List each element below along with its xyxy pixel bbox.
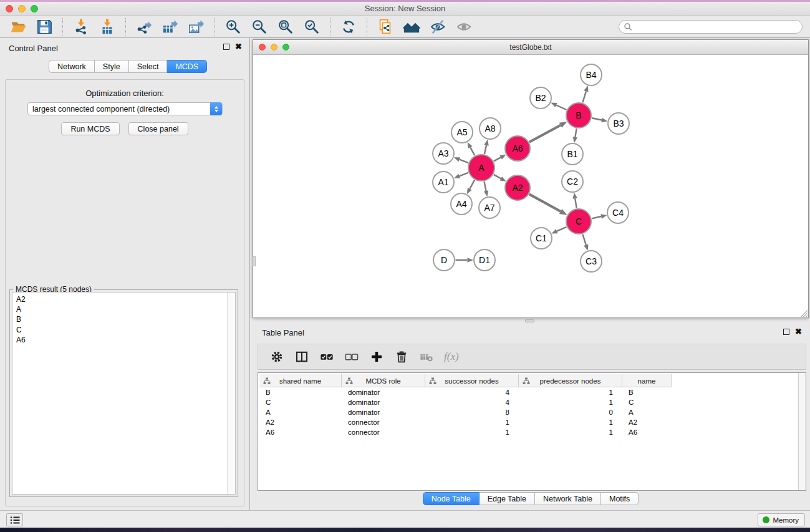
edge-A2-C[interactable]	[529, 194, 567, 215]
node-A2[interactable]: A2	[505, 175, 530, 200]
export-table-icon[interactable]	[161, 17, 180, 36]
zoom-in-icon[interactable]	[224, 17, 243, 36]
table-row[interactable]: Adominator80A	[259, 407, 798, 417]
cell-shared_name[interactable]: A2	[259, 417, 342, 427]
select-all-checkboxes-icon[interactable]	[317, 347, 336, 366]
zoom-fit-icon[interactable]	[276, 17, 295, 36]
first-neighbors-icon[interactable]	[402, 17, 421, 36]
tab-select[interactable]: Select	[129, 60, 168, 73]
node-A4[interactable]: A4	[451, 193, 472, 215]
cell-predecessor[interactable]: 1	[519, 387, 622, 397]
edge-A6-B[interactable]	[529, 122, 567, 142]
cell-name[interactable]: B	[622, 387, 672, 397]
node-A7[interactable]: A7	[479, 197, 500, 218]
cell-name[interactable]: A6	[622, 427, 672, 437]
edge-A-A3[interactable]	[454, 157, 468, 163]
search-input[interactable]	[619, 20, 803, 34]
node-B2[interactable]: B2	[530, 87, 551, 109]
close-table-panel-icon[interactable]: ✖	[795, 329, 802, 335]
float-table-panel-icon[interactable]	[783, 329, 789, 335]
mcds-result-item[interactable]: C	[16, 325, 226, 335]
column-header-predecessor[interactable]: predecessor nodes	[519, 374, 622, 387]
add-icon[interactable]	[367, 347, 386, 366]
window-resize-grip-icon[interactable]	[799, 309, 808, 317]
node-A[interactable]: A	[468, 155, 494, 181]
cell-shared_name[interactable]: B	[259, 387, 342, 397]
network-canvas[interactable]: B4B2BB3B1A5A8A6A3AA1A2C2A4A7C4CC1C3DD1	[253, 55, 808, 317]
export-image-icon[interactable]	[187, 17, 206, 36]
edge-C-C4[interactable]	[592, 214, 607, 218]
import-network-icon[interactable]	[72, 17, 90, 36]
cell-shared_name[interactable]: A6	[259, 427, 342, 437]
cell-predecessor[interactable]: 0	[519, 407, 622, 417]
edge-A-A5[interactable]	[468, 142, 475, 155]
node-B[interactable]: B	[566, 103, 591, 128]
table-row[interactable]: Bdominator41B	[259, 387, 798, 397]
edge-A-A7[interactable]	[484, 181, 488, 196]
new-network-from-selection-icon[interactable]	[376, 17, 395, 36]
node-B4[interactable]: B4	[581, 64, 602, 85]
table-tab-motifs[interactable]: Motifs	[601, 492, 639, 505]
table-tab-node-table[interactable]: Node Table	[423, 492, 480, 505]
cell-mcds_role[interactable]: dominator	[342, 407, 425, 417]
node-C[interactable]: C	[566, 209, 591, 234]
edge-C-C3[interactable]	[582, 235, 588, 251]
edge-A-A2[interactable]	[494, 175, 506, 181]
column-header-shared_name[interactable]: shared name	[259, 374, 342, 387]
cell-mcds_role[interactable]: connector	[342, 427, 425, 437]
table-row[interactable]: Cdominator41C	[259, 397, 798, 407]
columns-icon[interactable]	[292, 347, 311, 366]
node-A5[interactable]: A5	[451, 122, 473, 143]
refresh-icon[interactable]	[339, 17, 358, 36]
table-row[interactable]: A2connector11A2	[259, 417, 798, 427]
cell-mcds_role[interactable]: dominator	[342, 397, 425, 407]
cell-name[interactable]: A	[622, 407, 672, 417]
node-D1[interactable]: D1	[474, 249, 495, 271]
cell-name[interactable]: C	[622, 397, 672, 407]
task-history-icon[interactable]	[6, 513, 23, 526]
column-header-mcds_role[interactable]: MCDS role	[342, 374, 425, 387]
open-file-icon[interactable]	[9, 17, 27, 36]
cell-successor[interactable]: 1	[425, 427, 519, 437]
cell-mcds_role[interactable]: dominator	[342, 387, 425, 397]
node-C3[interactable]: C3	[581, 251, 602, 272]
edge-B-B2[interactable]	[551, 103, 566, 110]
cell-predecessor[interactable]: 1	[519, 397, 622, 407]
delete-trash-icon[interactable]	[392, 347, 411, 366]
table-tab-edge-table[interactable]: Edge Table	[480, 492, 535, 505]
cell-mcds_role[interactable]: connector	[342, 417, 425, 427]
node-A1[interactable]: A1	[433, 172, 454, 193]
float-panel-icon[interactable]	[223, 44, 229, 50]
mcds-result-item[interactable]: A	[16, 304, 226, 314]
zoom-out-icon[interactable]	[250, 17, 269, 36]
edge-C-C1[interactable]	[551, 227, 566, 234]
edge-B-B3[interactable]	[592, 118, 607, 122]
column-header-successor[interactable]: successor nodes	[425, 374, 519, 387]
cell-successor[interactable]: 1	[425, 417, 519, 427]
cell-shared_name[interactable]: C	[259, 397, 342, 407]
function-builder-icon[interactable]: f(x)	[444, 351, 459, 363]
table-row[interactable]: A6connector11A6	[259, 427, 798, 437]
edge-A-A4[interactable]	[467, 180, 475, 195]
node-C4[interactable]: C4	[607, 202, 629, 223]
mcds-list-scrollbar[interactable]	[227, 293, 235, 494]
edge-C-C2[interactable]	[572, 193, 577, 208]
cell-predecessor[interactable]: 1	[519, 417, 622, 427]
cell-successor[interactable]: 4	[425, 387, 519, 397]
import-table-icon[interactable]	[98, 17, 117, 36]
cell-successor[interactable]: 4	[425, 397, 519, 407]
node-B3[interactable]: B3	[608, 113, 629, 134]
show-all-icon[interactable]	[455, 17, 473, 36]
edge-D-D1[interactable]	[456, 258, 474, 263]
tab-mcds[interactable]: MCDS	[167, 60, 207, 73]
table-tab-network-table[interactable]: Network Table	[535, 492, 601, 505]
settings-gear-icon[interactable]	[268, 347, 286, 366]
optimization-criterion-select[interactable]: largest connected component (directed)	[27, 102, 223, 115]
memory-button[interactable]: Memory	[758, 513, 805, 526]
hide-selection-icon[interactable]	[428, 17, 447, 36]
birdseye-handle[interactable]	[253, 256, 256, 266]
mcds-result-item[interactable]: A2	[16, 294, 226, 304]
tab-style[interactable]: Style	[95, 60, 129, 73]
node-A3[interactable]: A3	[433, 143, 454, 164]
table-scrollbar[interactable]	[798, 373, 806, 490]
